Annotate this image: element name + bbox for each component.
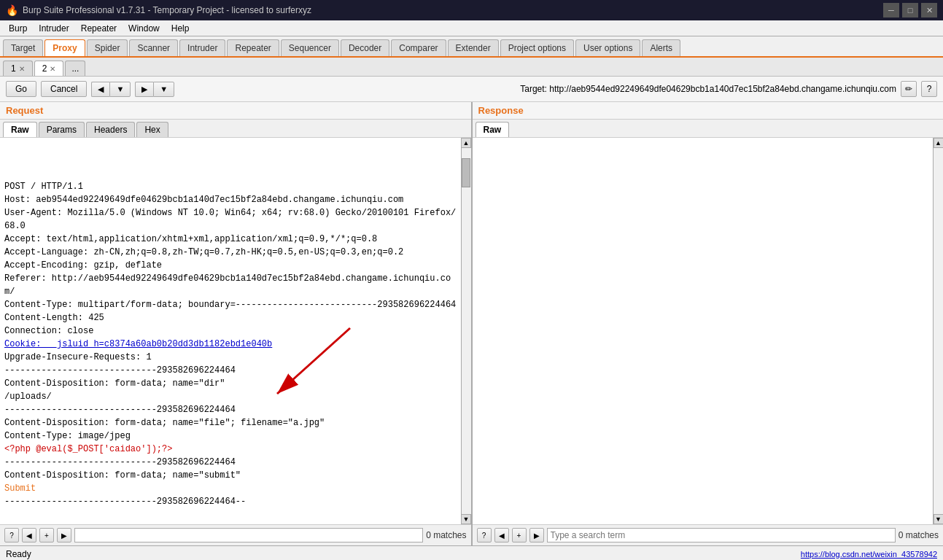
target-info: Target: http://aeb9544ed92249649dfe04629… bbox=[179, 84, 896, 94]
request-search-input[interactable] bbox=[74, 528, 423, 542]
tab-proxy[interactable]: Proxy bbox=[44, 39, 85, 56]
sub-tab-2-label: 2 bbox=[42, 63, 47, 74]
nav-back-button[interactable]: ◀ bbox=[91, 82, 109, 97]
status-text: Ready bbox=[6, 549, 31, 559]
request-tab-headers[interactable]: Headers bbox=[86, 122, 135, 137]
response-panel-body: ▲ ▼ bbox=[473, 138, 944, 524]
tab-sequencer[interactable]: Sequencer bbox=[281, 39, 339, 56]
app-icon: 🔥 bbox=[6, 4, 18, 16]
cancel-button[interactable]: Cancel bbox=[41, 81, 87, 97]
toolbar: Go Cancel ◀ ▼ ▶ ▼ Target: http://aeb9544… bbox=[0, 77, 943, 102]
titlebar: 🔥 Burp Suite Professional v1.7.31 - Temp… bbox=[0, 0, 943, 20]
right-panel: Response Raw ▲ ▼ ? ◀ + ▶ 0 matches bbox=[473, 102, 944, 545]
tab-extender[interactable]: Extender bbox=[448, 39, 499, 56]
sub-tab-1-close[interactable]: ✕ bbox=[19, 65, 25, 73]
response-search-bar: ? ◀ + ▶ 0 matches bbox=[473, 524, 944, 545]
request-search-prev[interactable]: ◀ bbox=[22, 528, 36, 542]
response-header: Response bbox=[473, 102, 944, 120]
go-button[interactable]: Go bbox=[6, 81, 36, 97]
tab-repeater[interactable]: Repeater bbox=[227, 39, 279, 56]
request-matches-label: 0 matches bbox=[426, 530, 466, 540]
menu-window[interactable]: Window bbox=[123, 22, 166, 35]
sub-tab-2-close[interactable]: ✕ bbox=[50, 65, 55, 73]
response-search-prev[interactable]: ◀ bbox=[494, 528, 509, 542]
menu-intruder[interactable]: Intruder bbox=[33, 22, 74, 35]
response-tab-raw[interactable]: Raw bbox=[476, 122, 510, 137]
minimize-button[interactable]: ─ bbox=[883, 3, 899, 18]
tab-comparer[interactable]: Comparer bbox=[391, 39, 446, 56]
response-matches-label: 0 matches bbox=[899, 530, 939, 540]
main-content: Request Raw Params Headers Hex POST / HT… bbox=[0, 102, 943, 545]
tab-intruder[interactable]: Intruder bbox=[179, 39, 225, 56]
help-button[interactable]: ? bbox=[921, 81, 937, 97]
tab-scanner[interactable]: Scanner bbox=[129, 39, 178, 56]
nav-fwd-dropdown-button[interactable]: ▼ bbox=[153, 82, 174, 97]
titlebar-left: 🔥 Burp Suite Professional v1.7.31 - Temp… bbox=[6, 4, 311, 16]
statusbar: Ready https://blog.csdn.net/weixin_43578… bbox=[0, 545, 943, 560]
main-tabs: Target Proxy Spider Scanner Intruder Rep… bbox=[0, 36, 943, 58]
maximize-button[interactable]: □ bbox=[902, 3, 918, 18]
response-search-add[interactable]: + bbox=[512, 528, 527, 542]
tab-project-options[interactable]: Project options bbox=[500, 39, 574, 56]
request-search-next[interactable]: ▶ bbox=[57, 528, 71, 542]
menu-repeater[interactable]: Repeater bbox=[75, 22, 123, 35]
tab-target[interactable]: Target bbox=[3, 39, 43, 56]
request-header: Request bbox=[0, 102, 471, 120]
sub-tab-2[interactable]: 2 ✕ bbox=[34, 61, 64, 76]
nav-back-dropdown-button[interactable]: ▼ bbox=[109, 82, 131, 97]
request-tab-hex[interactable]: Hex bbox=[136, 122, 168, 137]
target-url: http://aeb9544ed92249649dfe04629bcb1a140… bbox=[549, 84, 896, 94]
request-tab-raw[interactable]: Raw bbox=[3, 122, 37, 137]
tab-user-options[interactable]: User options bbox=[575, 39, 640, 56]
response-scrollbar[interactable]: ▲ ▼ bbox=[933, 138, 943, 524]
response-content[interactable] bbox=[473, 138, 934, 524]
request-search-bar: ? ◀ + ▶ 0 matches bbox=[0, 524, 471, 545]
nav-back-group: ◀ ▼ bbox=[91, 82, 131, 97]
titlebar-title: Burp Suite Professional v1.7.31 - Tempor… bbox=[23, 5, 311, 15]
menu-burp[interactable]: Burp bbox=[3, 22, 33, 35]
left-panel: Request Raw Params Headers Hex POST / HT… bbox=[0, 102, 473, 545]
tab-decoder[interactable]: Decoder bbox=[341, 39, 389, 56]
tab-alerts[interactable]: Alerts bbox=[642, 39, 680, 56]
response-search-help[interactable]: ? bbox=[477, 528, 492, 542]
scroll-down-arrow[interactable]: ▼ bbox=[461, 514, 471, 524]
request-tab-params[interactable]: Params bbox=[39, 122, 85, 137]
response-scroll-up[interactable]: ▲ bbox=[934, 138, 944, 148]
response-inner-tabs: Raw bbox=[473, 120, 944, 138]
close-button[interactable]: ✕ bbox=[921, 3, 937, 18]
sub-tab-1-label: 1 bbox=[11, 63, 16, 74]
sub-tab-more[interactable]: ... bbox=[65, 61, 85, 76]
request-search-help[interactable]: ? bbox=[4, 528, 19, 542]
sub-tab-1[interactable]: 1 ✕ bbox=[3, 61, 33, 76]
sub-tabs: 1 ✕ 2 ✕ ... bbox=[0, 58, 943, 77]
status-url[interactable]: https://blog.csdn.net/weixin_43578942 bbox=[801, 550, 937, 559]
menubar: Burp Intruder Repeater Window Help bbox=[0, 20, 943, 36]
response-search-next[interactable]: ▶ bbox=[529, 528, 544, 542]
menu-help[interactable]: Help bbox=[166, 22, 195, 35]
response-search-input[interactable] bbox=[547, 528, 896, 542]
target-label: Target: bbox=[520, 84, 547, 94]
request-inner-tabs: Raw Params Headers Hex bbox=[0, 120, 471, 138]
nav-fwd-button[interactable]: ▶ bbox=[135, 82, 153, 97]
scroll-up-arrow[interactable]: ▲ bbox=[461, 138, 471, 148]
request-scrollbar[interactable]: ▲ ▼ bbox=[461, 138, 471, 524]
request-search-add[interactable]: + bbox=[39, 528, 54, 542]
request-panel-body: POST / HTTP/1.1Host: aeb9544ed92249649df… bbox=[0, 138, 471, 524]
titlebar-controls: ─ □ ✕ bbox=[883, 3, 937, 18]
response-scroll-down[interactable]: ▼ bbox=[934, 514, 944, 524]
request-content[interactable]: POST / HTTP/1.1Host: aeb9544ed92249649df… bbox=[0, 138, 461, 524]
edit-target-button[interactable]: ✏ bbox=[901, 81, 917, 97]
scroll-thumb[interactable] bbox=[462, 158, 470, 187]
nav-fwd-group: ▶ ▼ bbox=[135, 82, 174, 97]
tab-spider[interactable]: Spider bbox=[87, 39, 128, 56]
